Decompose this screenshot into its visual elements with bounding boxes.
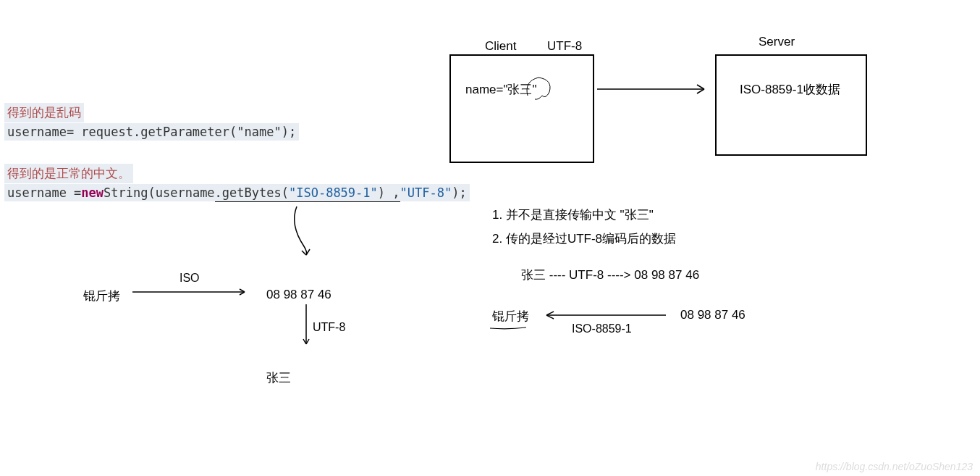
server-box: ISO-8859-1收数据 [715,54,867,156]
iso-label-left: ISO [179,272,200,285]
server-label: Server [759,35,795,49]
bytes-right: 08 98 87 46 [634,268,699,282]
bytes-left: 08 98 87 46 [266,288,331,302]
name-right-text: 张三 [521,268,546,282]
client-box: name="张三" [449,54,594,163]
code-method: .getBytes( [215,184,289,202]
code-line1: username= request.getParameter("name"); [4,123,299,141]
client-label: Client [485,39,516,54]
garbled-right: 锟斤拷 [492,308,529,325]
arrow-iso-left [132,286,248,301]
arrow-iso-right [539,308,669,322]
underline-garbled [486,326,530,332]
code-close1: ) , [378,184,400,202]
code-var: username = [4,184,81,201]
code-str1: "ISO-8859-1" [289,184,378,202]
comment-normal: 得到的是正常的中文。 [4,164,133,183]
garbled-text-left: 锟斤拷 [83,288,120,304]
code-after-kw: String(username [104,184,215,201]
client-enc: UTF-8 [547,39,582,54]
note-1: 1. 并不是直接传输中文 "张三" [492,206,654,223]
arrow-utf8-text: ---- UTF-8 ----> [546,268,634,282]
code-close2: ); [452,184,469,201]
note-2: 2. 传的是经过UTF-8编码后的数据 [492,230,676,247]
code-keyword-new: new [81,184,104,201]
comment-garbled: 得到的是乱码 [4,103,84,122]
arrow-curve-down [282,203,326,261]
server-content: ISO-8859-1收数据 [740,81,840,98]
iso-label-right: ISO-8859-1 [572,322,632,335]
watermark: https://blog.csdn.net/oZuoShen123 [816,461,973,472]
circle-annotation [520,74,557,103]
code-str2: "UTF-8" [400,184,452,201]
utf8-label-left: UTF-8 [313,321,345,334]
name-right: 张三 ---- UTF-8 ----> 08 98 87 46 [521,267,699,283]
bytes-right2: 08 98 87 46 [680,308,745,322]
arrow-client-server [597,83,709,98]
name-left: 张三 [266,369,291,386]
